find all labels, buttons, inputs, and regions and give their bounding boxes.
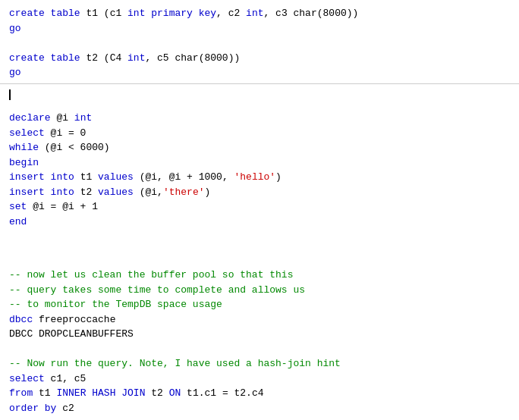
kw-values1: values [98, 171, 134, 183]
kw-go1: go [9, 23, 21, 34]
kw-go2: go [9, 67, 21, 78]
str-there: 'there' [163, 186, 205, 198]
line-select-c: select c1, c5 [9, 371, 510, 387]
line-from: from t1 INNER HASH JOIN t2 ON t1.c1 = t2… [9, 386, 510, 401]
section-cursor [0, 83, 519, 105]
line-set-i: set @i = @i + 1 [9, 199, 510, 215]
order-col: c2 [56, 403, 74, 414]
ins1-vals: t1 [74, 171, 98, 183]
comment4: -- Now run the query. Note, I have used … [9, 358, 341, 369]
t1-def: t1 (c1 [80, 8, 127, 19]
comment1: -- now let us clean the buffer pool so t… [9, 269, 293, 281]
t2-c5: , c5 char(8000)) [145, 52, 240, 64]
kw-declare: declare [9, 112, 51, 124]
declare-var: @i [51, 112, 74, 124]
kw-create1: create table [9, 8, 80, 19]
line-blank2 [9, 238, 510, 253]
line-blank3 [9, 253, 510, 268]
t2-def: t2 (C4 [80, 52, 127, 64]
str-hello: 'hello' [234, 171, 275, 183]
line-cmt1: -- now let us clean the buffer pool so t… [9, 268, 510, 283]
kw-begin: begin [9, 157, 39, 168]
line-create-t1: create table t1 (c1 int primary key, c2 … [9, 6, 510, 21]
comment2: -- query takes some time to complete and… [9, 284, 305, 296]
line-dbcc2: DBCC DROPCLEANBUFFERS [9, 327, 510, 342]
select-assign: @i = 0 [45, 127, 86, 139]
line-dbcc1: dbcc freeproccache [9, 312, 510, 328]
ins2-params: (@i, [134, 186, 163, 198]
kw-create2: create table [9, 52, 80, 64]
line-end: end [9, 215, 510, 230]
kw-end: end [9, 216, 27, 227]
kw-from: from [9, 387, 33, 399]
select-cols: c1, c5 [45, 373, 86, 384]
line-create-t2: create table t2 (C4 int, c5 char(8000)) [9, 51, 510, 66]
from-t1: t1 [33, 387, 56, 399]
kw-int1: int [127, 8, 145, 19]
section-create-tables: create table t1 (c1 int primary key, c2 … [0, 0, 519, 83]
kw-inner: INNER HASH JOIN [56, 387, 145, 399]
kw-select1: select [9, 127, 45, 139]
ins2-close: ) [204, 186, 210, 198]
text-cursor [9, 89, 11, 100]
ins1-close: ) [275, 171, 282, 183]
while-cond: (@i < 6000) [39, 142, 110, 153]
kw-order: order by [9, 403, 56, 414]
line-begin: begin [9, 155, 510, 171]
kw-on: ON [169, 387, 181, 399]
t1-cols: , c2 [216, 8, 246, 19]
line-cmt4: -- Now run the query. Note, I have used … [9, 356, 510, 371]
line-declare: declare @i int [9, 111, 510, 126]
line-blank4 [9, 342, 510, 357]
line-cmt2: -- query takes some time to complete and… [9, 283, 510, 298]
line-go1: go [9, 21, 510, 36]
line-while: while (@i < 6000) [9, 140, 510, 155]
line-insert-t2: insert into t2 values (@i,'there') [9, 185, 510, 200]
from-t2: t2 [145, 387, 168, 399]
line-blank1 [9, 36, 510, 51]
kw-pk: primary key [151, 8, 216, 19]
code-editor: create table t1 (c1 int primary key, c2 … [0, 0, 519, 418]
kw-values2: values [98, 186, 134, 198]
section-query: -- now let us clean the buffer pool so t… [0, 232, 519, 418]
comment3: -- to monitor the TempDB space usage [9, 299, 222, 310]
line-cmt3: -- to monitor the TempDB space usage [9, 297, 510, 312]
dbcc2-cmd: DBCC DROPCLEANBUFFERS [9, 328, 134, 340]
kw-set: set [9, 201, 27, 212]
section-while-loop: declare @i int select @i = 0 while (@i <… [0, 105, 519, 232]
kw-while: while [9, 142, 39, 153]
line-order: order by c2 [9, 401, 510, 416]
kw-int-decl: int [74, 112, 92, 124]
set-expr: @i = @i + 1 [27, 201, 98, 212]
kw-int3: int [127, 52, 145, 64]
kw-insert2: insert into [9, 186, 74, 198]
line-go2: go [9, 65, 510, 80]
line-cursor [9, 87, 510, 102]
join-cond: t1.c1 = t2.c4 [181, 387, 263, 399]
kw-int2: int [246, 8, 263, 19]
kw-insert1: insert into [9, 171, 74, 183]
line-select-i: select @i = 0 [9, 126, 510, 141]
line-insert-t1: insert into t1 values (@i, @i + 1000, 'h… [9, 170, 510, 185]
kw-select2: select [9, 373, 45, 384]
ins1-params: (@i, @i + 1000, [134, 171, 234, 183]
ins2-vals: t2 [74, 186, 98, 198]
dbcc1-cmd: freeproccache [33, 314, 115, 325]
t1-c3: , c3 char(8000)) [264, 8, 359, 19]
kw-dbcc1: dbcc [9, 314, 33, 325]
